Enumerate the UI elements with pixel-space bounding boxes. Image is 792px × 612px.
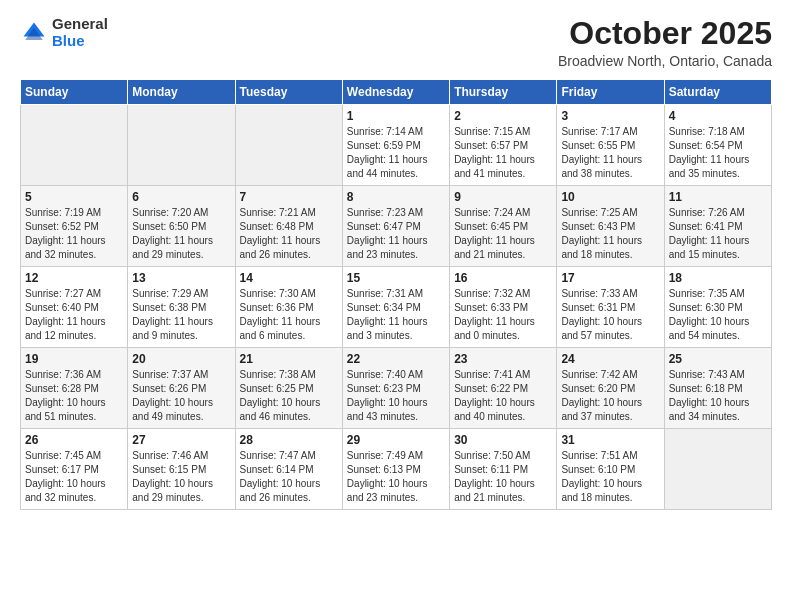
calendar-cell: 27Sunrise: 7:46 AM Sunset: 6:15 PM Dayli… xyxy=(128,429,235,510)
day-number: 10 xyxy=(561,190,659,204)
month-title: October 2025 xyxy=(558,16,772,51)
logo: General Blue xyxy=(20,16,108,49)
day-number: 19 xyxy=(25,352,123,366)
day-info: Sunrise: 7:26 AM Sunset: 6:41 PM Dayligh… xyxy=(669,206,767,262)
calendar-day-header: Friday xyxy=(557,80,664,105)
day-info: Sunrise: 7:31 AM Sunset: 6:34 PM Dayligh… xyxy=(347,287,445,343)
day-info: Sunrise: 7:46 AM Sunset: 6:15 PM Dayligh… xyxy=(132,449,230,505)
calendar-cell xyxy=(664,429,771,510)
day-info: Sunrise: 7:49 AM Sunset: 6:13 PM Dayligh… xyxy=(347,449,445,505)
day-info: Sunrise: 7:23 AM Sunset: 6:47 PM Dayligh… xyxy=(347,206,445,262)
day-info: Sunrise: 7:50 AM Sunset: 6:11 PM Dayligh… xyxy=(454,449,552,505)
page: General Blue October 2025 Broadview Nort… xyxy=(0,0,792,612)
calendar-week-row: 26Sunrise: 7:45 AM Sunset: 6:17 PM Dayli… xyxy=(21,429,772,510)
calendar-cell: 19Sunrise: 7:36 AM Sunset: 6:28 PM Dayli… xyxy=(21,348,128,429)
calendar-cell: 23Sunrise: 7:41 AM Sunset: 6:22 PM Dayli… xyxy=(450,348,557,429)
calendar-cell: 13Sunrise: 7:29 AM Sunset: 6:38 PM Dayli… xyxy=(128,267,235,348)
calendar-cell: 4Sunrise: 7:18 AM Sunset: 6:54 PM Daylig… xyxy=(664,105,771,186)
day-number: 7 xyxy=(240,190,338,204)
calendar-cell: 14Sunrise: 7:30 AM Sunset: 6:36 PM Dayli… xyxy=(235,267,342,348)
calendar-cell: 7Sunrise: 7:21 AM Sunset: 6:48 PM Daylig… xyxy=(235,186,342,267)
day-number: 4 xyxy=(669,109,767,123)
calendar-cell xyxy=(21,105,128,186)
calendar-header-row: SundayMondayTuesdayWednesdayThursdayFrid… xyxy=(21,80,772,105)
logo-icon xyxy=(20,19,48,47)
day-number: 1 xyxy=(347,109,445,123)
logo-blue-text: Blue xyxy=(52,33,108,50)
calendar-cell xyxy=(128,105,235,186)
calendar-week-row: 1Sunrise: 7:14 AM Sunset: 6:59 PM Daylig… xyxy=(21,105,772,186)
calendar-cell: 1Sunrise: 7:14 AM Sunset: 6:59 PM Daylig… xyxy=(342,105,449,186)
calendar-cell: 20Sunrise: 7:37 AM Sunset: 6:26 PM Dayli… xyxy=(128,348,235,429)
day-info: Sunrise: 7:35 AM Sunset: 6:30 PM Dayligh… xyxy=(669,287,767,343)
day-number: 18 xyxy=(669,271,767,285)
day-info: Sunrise: 7:27 AM Sunset: 6:40 PM Dayligh… xyxy=(25,287,123,343)
day-number: 11 xyxy=(669,190,767,204)
calendar-cell: 25Sunrise: 7:43 AM Sunset: 6:18 PM Dayli… xyxy=(664,348,771,429)
calendar-cell: 10Sunrise: 7:25 AM Sunset: 6:43 PM Dayli… xyxy=(557,186,664,267)
calendar-day-header: Thursday xyxy=(450,80,557,105)
day-number: 31 xyxy=(561,433,659,447)
logo-general-text: General xyxy=(52,16,108,33)
calendar-cell: 11Sunrise: 7:26 AM Sunset: 6:41 PM Dayli… xyxy=(664,186,771,267)
day-number: 12 xyxy=(25,271,123,285)
day-number: 3 xyxy=(561,109,659,123)
day-info: Sunrise: 7:47 AM Sunset: 6:14 PM Dayligh… xyxy=(240,449,338,505)
day-info: Sunrise: 7:43 AM Sunset: 6:18 PM Dayligh… xyxy=(669,368,767,424)
calendar-table: SundayMondayTuesdayWednesdayThursdayFrid… xyxy=(20,79,772,510)
title-block: October 2025 Broadview North, Ontario, C… xyxy=(558,16,772,69)
calendar-cell: 30Sunrise: 7:50 AM Sunset: 6:11 PM Dayli… xyxy=(450,429,557,510)
calendar-day-header: Wednesday xyxy=(342,80,449,105)
calendar-cell: 5Sunrise: 7:19 AM Sunset: 6:52 PM Daylig… xyxy=(21,186,128,267)
day-number: 27 xyxy=(132,433,230,447)
day-info: Sunrise: 7:20 AM Sunset: 6:50 PM Dayligh… xyxy=(132,206,230,262)
day-number: 24 xyxy=(561,352,659,366)
calendar-day-header: Saturday xyxy=(664,80,771,105)
day-number: 17 xyxy=(561,271,659,285)
calendar-day-header: Sunday xyxy=(21,80,128,105)
day-number: 6 xyxy=(132,190,230,204)
calendar-week-row: 5Sunrise: 7:19 AM Sunset: 6:52 PM Daylig… xyxy=(21,186,772,267)
day-info: Sunrise: 7:38 AM Sunset: 6:25 PM Dayligh… xyxy=(240,368,338,424)
day-info: Sunrise: 7:32 AM Sunset: 6:33 PM Dayligh… xyxy=(454,287,552,343)
day-info: Sunrise: 7:42 AM Sunset: 6:20 PM Dayligh… xyxy=(561,368,659,424)
calendar-cell xyxy=(235,105,342,186)
day-info: Sunrise: 7:33 AM Sunset: 6:31 PM Dayligh… xyxy=(561,287,659,343)
calendar-cell: 17Sunrise: 7:33 AM Sunset: 6:31 PM Dayli… xyxy=(557,267,664,348)
day-number: 28 xyxy=(240,433,338,447)
day-number: 8 xyxy=(347,190,445,204)
day-info: Sunrise: 7:25 AM Sunset: 6:43 PM Dayligh… xyxy=(561,206,659,262)
calendar-cell: 21Sunrise: 7:38 AM Sunset: 6:25 PM Dayli… xyxy=(235,348,342,429)
day-info: Sunrise: 7:24 AM Sunset: 6:45 PM Dayligh… xyxy=(454,206,552,262)
location-subtitle: Broadview North, Ontario, Canada xyxy=(558,53,772,69)
day-info: Sunrise: 7:18 AM Sunset: 6:54 PM Dayligh… xyxy=(669,125,767,181)
day-number: 26 xyxy=(25,433,123,447)
day-info: Sunrise: 7:21 AM Sunset: 6:48 PM Dayligh… xyxy=(240,206,338,262)
calendar-cell: 22Sunrise: 7:40 AM Sunset: 6:23 PM Dayli… xyxy=(342,348,449,429)
day-info: Sunrise: 7:15 AM Sunset: 6:57 PM Dayligh… xyxy=(454,125,552,181)
calendar-cell: 24Sunrise: 7:42 AM Sunset: 6:20 PM Dayli… xyxy=(557,348,664,429)
calendar-cell: 29Sunrise: 7:49 AM Sunset: 6:13 PM Dayli… xyxy=(342,429,449,510)
calendar-cell: 2Sunrise: 7:15 AM Sunset: 6:57 PM Daylig… xyxy=(450,105,557,186)
calendar-week-row: 19Sunrise: 7:36 AM Sunset: 6:28 PM Dayli… xyxy=(21,348,772,429)
day-number: 20 xyxy=(132,352,230,366)
day-number: 14 xyxy=(240,271,338,285)
day-number: 30 xyxy=(454,433,552,447)
day-info: Sunrise: 7:36 AM Sunset: 6:28 PM Dayligh… xyxy=(25,368,123,424)
day-info: Sunrise: 7:37 AM Sunset: 6:26 PM Dayligh… xyxy=(132,368,230,424)
calendar-cell: 15Sunrise: 7:31 AM Sunset: 6:34 PM Dayli… xyxy=(342,267,449,348)
calendar-day-header: Monday xyxy=(128,80,235,105)
calendar-cell: 8Sunrise: 7:23 AM Sunset: 6:47 PM Daylig… xyxy=(342,186,449,267)
day-number: 23 xyxy=(454,352,552,366)
calendar-day-header: Tuesday xyxy=(235,80,342,105)
day-info: Sunrise: 7:14 AM Sunset: 6:59 PM Dayligh… xyxy=(347,125,445,181)
day-info: Sunrise: 7:17 AM Sunset: 6:55 PM Dayligh… xyxy=(561,125,659,181)
day-info: Sunrise: 7:51 AM Sunset: 6:10 PM Dayligh… xyxy=(561,449,659,505)
calendar-cell: 31Sunrise: 7:51 AM Sunset: 6:10 PM Dayli… xyxy=(557,429,664,510)
day-info: Sunrise: 7:19 AM Sunset: 6:52 PM Dayligh… xyxy=(25,206,123,262)
calendar-cell: 28Sunrise: 7:47 AM Sunset: 6:14 PM Dayli… xyxy=(235,429,342,510)
day-number: 21 xyxy=(240,352,338,366)
header: General Blue October 2025 Broadview Nort… xyxy=(20,16,772,69)
logo-text: General Blue xyxy=(52,16,108,49)
day-number: 22 xyxy=(347,352,445,366)
